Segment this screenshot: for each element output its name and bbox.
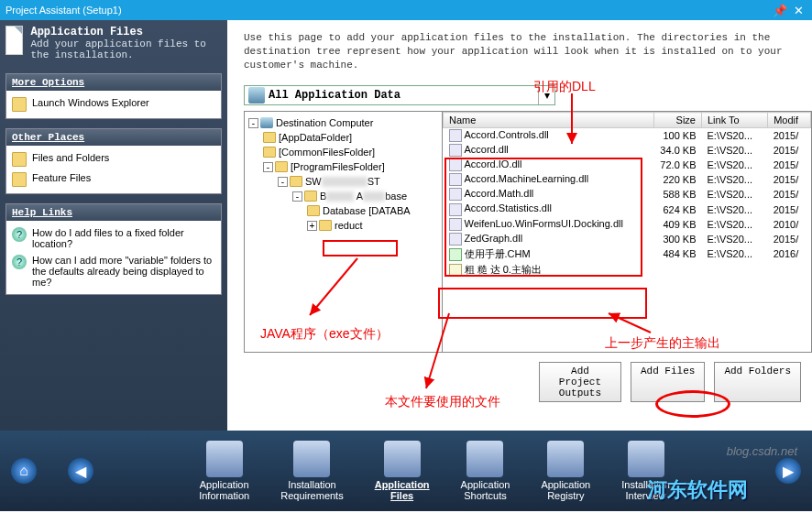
tree-root[interactable]: -Destination Computer xyxy=(248,115,438,130)
tree-node[interactable]: [AppDataFolder] xyxy=(263,130,438,145)
feature-files[interactable]: Feature Files xyxy=(10,169,217,190)
folder-icon xyxy=(319,220,332,231)
nav-back-button[interactable]: ◀ xyxy=(68,458,93,484)
panel-title: Other Places xyxy=(6,129,221,146)
intro-heading: Application Files xyxy=(30,26,222,38)
collapse-icon[interactable]: - xyxy=(248,118,258,128)
file-icon xyxy=(449,144,462,157)
sidebar: Application Files Add your application f… xyxy=(0,20,227,431)
chevron-down-icon[interactable]: ▾ xyxy=(538,86,554,104)
anno-dll-box xyxy=(444,158,642,277)
folder-icon xyxy=(12,152,27,167)
col-modif[interactable]: Modif xyxy=(768,113,811,128)
svg-line-1 xyxy=(310,258,357,315)
svg-line-3 xyxy=(609,313,651,333)
collapse-icon[interactable]: - xyxy=(278,177,288,187)
folder-icon xyxy=(275,161,288,172)
pin-icon[interactable]: 📌 xyxy=(772,3,788,17)
panel-more-options: More Options Launch Windows Explorer xyxy=(5,73,222,119)
help-text: Use this page to add your application fi… xyxy=(244,31,812,72)
brand-watermark: 河东软件网 xyxy=(647,476,748,504)
file-icon xyxy=(449,129,462,142)
tree-node-reduct[interactable]: +reduct xyxy=(307,218,438,233)
step-application-information[interactable]: ApplicationInformation xyxy=(199,441,249,501)
panel-title: More Options xyxy=(6,74,221,91)
step-icon xyxy=(206,441,243,477)
panel-other-places: Other Places Files and Folders Feature F… xyxy=(5,128,222,194)
tree-node[interactable]: -SWST xyxy=(278,174,438,189)
table-row[interactable]: Accord.dll34.0 KBE:\VS20...2015/ xyxy=(444,143,811,158)
collapse-icon[interactable]: - xyxy=(292,191,302,202)
launch-explorer[interactable]: Launch Windows Explorer xyxy=(10,94,217,115)
col-name[interactable]: Name xyxy=(444,113,654,128)
page-icon xyxy=(5,26,23,55)
svg-line-2 xyxy=(426,313,449,388)
anno-addfiles-ring xyxy=(655,390,730,418)
step-application-shortcuts[interactable]: ApplicationShortcuts xyxy=(461,441,510,501)
step-icon xyxy=(466,441,503,477)
window-title: Project Assistant (Setup1) xyxy=(5,5,770,16)
folder-icon xyxy=(263,132,276,143)
computer-icon xyxy=(260,117,273,128)
csdn-watermark: blog.csdn.net xyxy=(727,444,797,458)
workspace: Application Files Add your application f… xyxy=(0,20,812,431)
anno-reduct-box xyxy=(323,240,398,256)
folder-icon xyxy=(304,191,317,202)
nav-forward-button[interactable]: ▶ xyxy=(775,458,801,484)
step-icon xyxy=(384,441,421,477)
button-row: Add Project Outputs Add Files Add Folder… xyxy=(244,362,812,402)
step-application-files[interactable]: ApplicationFiles xyxy=(375,441,430,501)
computer-icon xyxy=(248,87,265,104)
tree-node[interactable]: [CommonFilesFolder] xyxy=(263,145,438,159)
add-folders-button[interactable]: Add Folders xyxy=(714,362,801,402)
tree-node[interactable]: Database [DATABA xyxy=(307,203,438,218)
col-size[interactable]: Size xyxy=(654,113,702,128)
tree-node[interactable]: -B Abase xyxy=(292,189,438,203)
dropdown-label: All Application Data xyxy=(269,89,538,102)
file-icon xyxy=(12,172,27,187)
nav-home-button[interactable]: ⌂ xyxy=(11,458,37,484)
panel-help-links: Help Links ?How do I add files to a fixe… xyxy=(5,203,222,295)
help-link-1[interactable]: ?How do I add files to a fixed folder lo… xyxy=(10,224,217,252)
title-bar: Project Assistant (Setup1) 📌 ✕ xyxy=(0,0,812,20)
destination-dropdown[interactable]: All Application Data ▾ xyxy=(244,85,555,105)
intro-text: Add your application files to the instal… xyxy=(30,38,222,60)
close-icon[interactable]: ✕ xyxy=(790,3,807,17)
help-icon: ? xyxy=(12,227,27,242)
step-application-registry[interactable]: ApplicationRegistry xyxy=(541,441,590,501)
expand-icon[interactable]: + xyxy=(307,221,317,231)
step-installation-requirements[interactable]: InstallationRequirements xyxy=(280,441,343,501)
step-icon xyxy=(293,441,330,477)
panel-title: Help Links xyxy=(6,204,221,221)
folder-icon xyxy=(307,205,320,216)
add-project-outputs-button[interactable]: Add Project Outputs xyxy=(539,362,621,402)
help-link-2[interactable]: ?How can I add more "variable" folders t… xyxy=(10,252,217,290)
tree-node[interactable]: -[ProgramFilesFolder] xyxy=(263,159,438,174)
table-row[interactable]: Accord.Controls.dll100 KBE:\VS20...2015/ xyxy=(444,128,811,144)
intro-block: Application Files Add your application f… xyxy=(5,26,222,60)
folder-icon xyxy=(263,147,276,158)
folder-icon xyxy=(12,97,27,112)
collapse-icon[interactable]: - xyxy=(263,162,273,172)
help-icon: ? xyxy=(12,255,27,269)
files-and-folders[interactable]: Files and Folders xyxy=(10,149,217,169)
step-icon xyxy=(628,441,664,477)
col-link[interactable]: Link To xyxy=(702,113,768,128)
step-icon xyxy=(547,441,584,477)
folder-icon xyxy=(290,176,302,187)
